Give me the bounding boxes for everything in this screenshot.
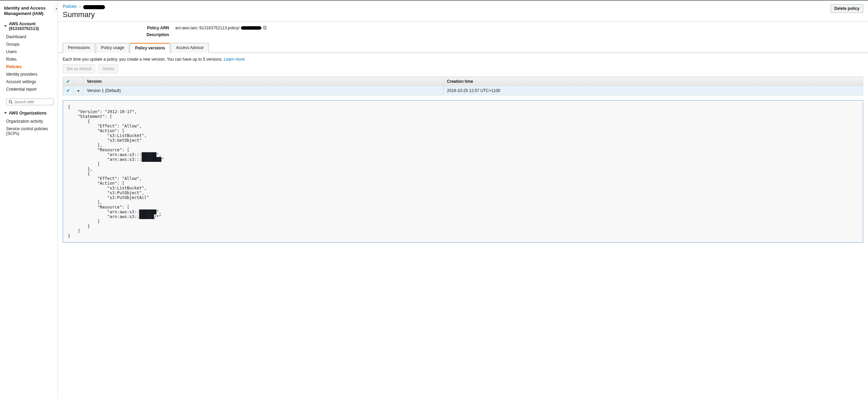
svg-rect-3 — [263, 26, 266, 29]
sidebar-item-groups[interactable]: Groups — [0, 41, 58, 48]
copy-icon[interactable] — [263, 26, 267, 30]
row-version-cell: Version 1 (Default) — [83, 86, 444, 95]
search-icon — [9, 100, 13, 104]
tab-permissions[interactable]: Permissions — [63, 43, 95, 53]
sidebar-section-orgs[interactable]: AWS Organizations — [0, 109, 58, 117]
svg-point-0 — [9, 100, 12, 103]
sidebar-section-account[interactable]: AWS Account (913163752113) — [0, 20, 58, 32]
topbar: Policies › Summary Delete policy — [58, 1, 868, 21]
arn-value: arn:aws:iam::913163752113:policy/ — [175, 26, 267, 30]
sidebar-item-dashboard[interactable]: Dashboard — [0, 33, 58, 41]
breadcrumb: Policies › — [63, 4, 105, 9]
check-icon: ✔ — [66, 88, 70, 93]
sidebar: ◂ Identity and Access Management (IAM) A… — [0, 1, 58, 398]
sidebar-item-identity-providers[interactable]: Identity providers — [0, 71, 58, 78]
tab-policy-usage[interactable]: Policy usage — [96, 43, 129, 53]
sidebar-item-scps[interactable]: Service control policies (SCPs) — [0, 125, 58, 137]
sidebar-search-input[interactable] — [14, 100, 51, 104]
sidebar-item-policies[interactable]: Policies — [0, 63, 58, 71]
row-select-cell[interactable]: ✔ — [63, 86, 74, 95]
delete-policy-button[interactable]: Delete policy — [831, 4, 863, 13]
sidebar-item-users[interactable]: Users — [0, 48, 58, 56]
versions-table: ✔ Version Creation time ✔ Version 1 (Def… — [63, 77, 863, 95]
sidebar-item-credential-report[interactable]: Credential report — [0, 86, 58, 93]
service-title: Identity and Access Management (IAM) — [0, 4, 58, 20]
col-creation-header: Creation time — [443, 77, 863, 86]
description-label: Description — [63, 32, 175, 37]
caret-down-icon — [4, 25, 7, 27]
tab-bar: Permissions Policy usage Policy versions… — [58, 43, 868, 53]
caret-down-icon — [4, 112, 7, 114]
policy-json-viewer: { "Version": "2012-10-17", "Statement": … — [63, 100, 863, 243]
arn-text: arn:aws:iam::913163752113:policy/ — [175, 26, 240, 30]
breadcrumb-current — [83, 4, 105, 9]
sidebar-section-account-label: AWS Account (913163752113) — [9, 21, 54, 31]
sidebar-section-orgs-label: AWS Organizations — [9, 111, 47, 116]
caret-down-icon — [77, 90, 80, 92]
set-as-default-button[interactable]: Set as default — [63, 64, 95, 73]
sidebar-item-account-settings[interactable]: Account settings — [0, 78, 58, 86]
col-select-header[interactable]: ✔ — [63, 77, 74, 86]
tab-policy-versions[interactable]: Policy versions — [130, 43, 170, 53]
tab-access-advisor[interactable]: Access Advisor — [171, 43, 209, 53]
redacted-policy-name — [83, 5, 105, 9]
svg-line-1 — [11, 103, 12, 104]
sidebar-item-roles[interactable]: Roles — [0, 56, 58, 63]
arn-label: Policy ARN — [63, 26, 175, 30]
check-icon: ✔ — [66, 79, 70, 84]
sidebar-search[interactable] — [6, 98, 54, 105]
versions-info-span: Each time you update a policy, you creat… — [63, 57, 224, 62]
breadcrumb-root[interactable]: Policies — [63, 4, 77, 9]
col-expand-header — [74, 77, 83, 86]
versions-info-text: Each time you update a policy, you creat… — [63, 57, 863, 62]
col-version-header: Version — [83, 77, 444, 86]
versions-action-row: Set as default Delete — [63, 64, 863, 73]
sidebar-item-org-activity[interactable]: Organization activity — [0, 118, 58, 125]
page-title: Summary — [63, 10, 105, 19]
learn-more-link[interactable]: Learn more — [224, 57, 245, 62]
svg-rect-2 — [264, 27, 266, 29]
row-creation-cell: 2019-10-25 12:57 UTC+1100 — [443, 86, 863, 95]
table-row[interactable]: ✔ Version 1 (Default) 2019-10-25 12:57 U… — [63, 86, 863, 95]
sidebar-nav-list: Dashboard Groups Users Roles Policies Id… — [0, 32, 58, 96]
sidebar-collapse-toggle[interactable]: ◂ — [55, 5, 58, 12]
main-content: Policies › Summary Delete policy Policy … — [58, 1, 868, 398]
redacted-arn-suffix — [241, 26, 261, 30]
breadcrumb-separator: › — [79, 4, 81, 9]
policy-metadata: Policy ARN arn:aws:iam::913163752113:pol… — [58, 21, 868, 43]
tab-panel-policy-versions: Each time you update a policy, you creat… — [58, 53, 868, 249]
delete-version-button[interactable]: Delete — [98, 64, 118, 73]
sidebar-org-list: Organization activity Service control po… — [0, 117, 58, 141]
row-expand-toggle[interactable] — [74, 86, 83, 95]
